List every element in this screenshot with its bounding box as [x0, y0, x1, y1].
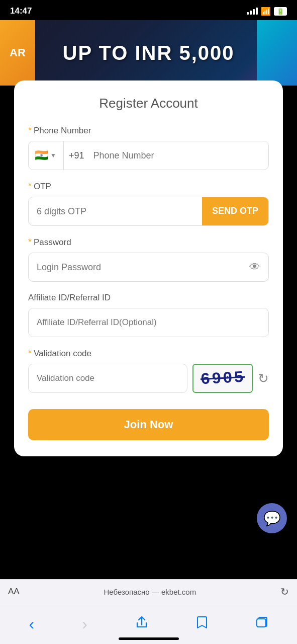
forward-button[interactable]: › — [82, 615, 87, 633]
send-otp-button[interactable]: SEND OTP — [202, 197, 268, 225]
password-input-wrapper: 👁 — [28, 253, 269, 282]
country-selector[interactable]: 🇮🇳 ▼ — [29, 141, 64, 170]
status-icons: 📶 🔋 — [247, 7, 287, 16]
captcha-image: 6905 — [192, 364, 253, 393]
svg-rect-0 — [257, 619, 266, 627]
validation-wrapper: 6905 ↻ — [28, 364, 269, 393]
url-display[interactable]: Небезопасно — ekbet.com — [26, 588, 274, 596]
toggle-password-icon[interactable]: 👁 — [249, 261, 260, 274]
join-now-button[interactable]: Join Now — [28, 409, 269, 440]
phone-input-wrapper: 🇮🇳 ▼ +91 — [28, 141, 269, 170]
status-bar: 14:47 📶 🔋 — [0, 0, 297, 20]
modal-title: Register Account — [28, 96, 269, 111]
reload-button[interactable]: ↻ — [280, 586, 289, 598]
home-indicator — [119, 637, 179, 640]
refresh-captcha-icon[interactable]: ↻ — [258, 371, 269, 386]
register-modal: Register Account * Phone Number 🇮🇳 ▼ +91… — [14, 80, 283, 456]
phone-label: * Phone Number — [28, 125, 269, 136]
share-button[interactable] — [135, 616, 148, 632]
chat-icon: 💬 — [263, 510, 281, 527]
phone-number-input[interactable] — [89, 150, 268, 161]
otp-required-star: * — [28, 181, 32, 192]
otp-input[interactable] — [29, 197, 202, 225]
referral-label: Affiliate ID/Referral ID — [28, 293, 269, 303]
banner: AR UP TO INR 5,000 — [0, 20, 297, 86]
phone-field-group: * Phone Number 🇮🇳 ▼ +91 — [28, 125, 269, 170]
browser-address-bar: AA Небезопасно — ekbet.com ↻ — [0, 579, 297, 604]
tabs-button[interactable] — [256, 616, 268, 632]
banner-text: UP TO INR 5,000 — [63, 42, 235, 64]
banner-neon-decoration — [257, 20, 297, 86]
country-flag-icon: 🇮🇳 — [35, 149, 48, 162]
signal-bars-icon — [247, 8, 258, 15]
password-required-star: * — [28, 237, 32, 248]
wifi-icon: 📶 — [261, 7, 271, 16]
font-size-button[interactable]: AA — [8, 587, 20, 597]
password-field-group: * Password 👁 — [28, 237, 269, 282]
validation-code-input[interactable] — [28, 364, 187, 393]
phone-required-star: * — [28, 125, 32, 136]
referral-field-group: Affiliate ID/Referral ID — [28, 293, 269, 337]
banner-ar-label: AR — [0, 20, 35, 86]
validation-field-group: * Validation code 6905 ↻ — [28, 348, 269, 393]
validation-label: * Validation code — [28, 348, 269, 359]
battery-icon: 🔋 — [274, 7, 287, 16]
otp-field-group: * OTP SEND OTP — [28, 181, 269, 226]
password-input[interactable] — [37, 262, 249, 273]
time: 14:47 — [10, 6, 32, 16]
validation-required-star: * — [28, 348, 32, 359]
bookmarks-button[interactable] — [196, 616, 208, 632]
phone-country-code: +91 — [64, 150, 89, 161]
dropdown-arrow-icon: ▼ — [50, 152, 56, 159]
referral-input[interactable] — [28, 308, 269, 337]
chat-support-button[interactable]: 💬 — [257, 503, 287, 533]
password-label: * Password — [28, 237, 269, 248]
back-button[interactable]: ‹ — [29, 615, 35, 633]
otp-wrapper: SEND OTP — [28, 197, 269, 226]
otp-label: * OTP — [28, 181, 269, 192]
captcha-text: 6905 — [200, 368, 246, 389]
